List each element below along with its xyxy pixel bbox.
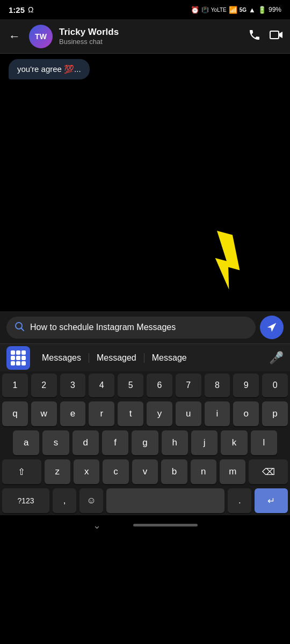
key-o[interactable]: o	[233, 401, 259, 426]
key-0[interactable]: 0	[262, 374, 288, 397]
chat-area: you're agree 💯...	[0, 54, 290, 311]
backspace-key[interactable]: ⌫	[249, 459, 288, 484]
microphone-icon[interactable]: 🎤	[269, 351, 284, 365]
key-k[interactable]: k	[221, 430, 247, 455]
key-z[interactable]: z	[45, 459, 70, 484]
period-key[interactable]: .	[228, 488, 251, 513]
autocomplete-word-3[interactable]: Message	[144, 353, 194, 363]
key-h[interactable]: h	[162, 430, 188, 455]
signal-icon: ▲	[249, 6, 256, 14]
key-5[interactable]: 5	[118, 374, 143, 397]
key-q[interactable]: q	[2, 401, 28, 426]
video-call-button[interactable]	[270, 30, 284, 43]
key-d[interactable]: d	[73, 430, 99, 455]
autocomplete-suggestions: Messages Messaged Message	[34, 353, 269, 363]
chat-subtitle: Business chat	[59, 38, 242, 46]
avatar: TW	[29, 25, 53, 48]
key-n[interactable]: n	[191, 459, 216, 484]
key-4[interactable]: 4	[89, 374, 114, 397]
key-g[interactable]: g	[132, 430, 158, 455]
battery-pct: 99%	[269, 6, 281, 13]
key-2[interactable]: 2	[31, 374, 57, 397]
header-info: Tricky Worlds Business chat	[59, 27, 242, 46]
lte-icon: YoLTE	[211, 7, 227, 13]
autocomplete-word-1[interactable]: Messages	[34, 353, 89, 363]
svg-marker-2	[203, 231, 248, 291]
shift-key[interactable]: ⇧	[2, 459, 41, 484]
key-v[interactable]: v	[132, 459, 158, 484]
key-j[interactable]: j	[191, 430, 218, 455]
search-icon	[14, 321, 25, 334]
header-actions	[248, 28, 284, 45]
autocomplete-row: Messages Messaged Message 🎤	[0, 343, 290, 371]
alarm-icon: ⏰	[191, 6, 199, 14]
key-x[interactable]: x	[74, 459, 99, 484]
key-f[interactable]: f	[102, 430, 128, 455]
key-i[interactable]: i	[205, 401, 230, 426]
key-y[interactable]: y	[147, 401, 172, 426]
voice-call-button[interactable]	[248, 28, 261, 45]
bottom-bar: ⌄	[0, 515, 290, 539]
wifi-icon: 📶	[229, 6, 237, 14]
chat-name: Tricky Worlds	[59, 27, 242, 38]
search-bar-container: How to schedule Instagram Messages	[0, 311, 290, 343]
svg-rect-0	[270, 31, 279, 39]
keyboard-grid-icon[interactable]	[6, 346, 30, 370]
home-indicator	[133, 524, 198, 526]
key-t[interactable]: t	[118, 401, 143, 426]
key-9[interactable]: 9	[233, 374, 259, 397]
battery-icon: 🔋	[258, 6, 266, 14]
key-s[interactable]: s	[42, 430, 69, 455]
status-icons: ⏰ 📳 YoLTE 📶 5G ▲ 🔋 99%	[191, 6, 281, 14]
status-bar: 1:25 Ω ⏰ 📳 YoLTE 📶 5G ▲ 🔋 99%	[0, 0, 290, 19]
key-row-2: a s d f g h j k l	[0, 428, 290, 457]
key-u[interactable]: u	[176, 401, 201, 426]
key-b[interactable]: b	[161, 459, 187, 484]
space-key[interactable]	[106, 488, 224, 513]
key-w[interactable]: w	[31, 401, 57, 426]
status-time: 1:25	[9, 5, 25, 14]
back-button[interactable]: ←	[6, 27, 23, 46]
key-p[interactable]: p	[262, 401, 288, 426]
number-row: 1 2 3 4 5 6 7 8 9 0	[0, 371, 290, 399]
key-8[interactable]: 8	[205, 374, 230, 397]
message-bubble: you're agree 💯...	[9, 59, 90, 79]
key-6[interactable]: 6	[147, 374, 172, 397]
key-m[interactable]: m	[220, 459, 245, 484]
grid-dots	[11, 350, 26, 365]
key-row-3: ⇧ z x c v b n m ⌫	[0, 457, 290, 486]
search-bar[interactable]: How to schedule Instagram Messages	[6, 317, 256, 339]
key-r[interactable]: r	[89, 401, 114, 426]
key-e[interactable]: e	[60, 401, 86, 426]
key-row-bottom: ?123 , ☺ . ↵	[0, 486, 290, 515]
comma-key[interactable]: ,	[53, 488, 76, 513]
autocomplete-word-2[interactable]: Messaged	[89, 353, 144, 363]
search-input[interactable]: How to schedule Instagram Messages	[30, 323, 248, 332]
key-a[interactable]: a	[13, 430, 39, 455]
keyboard: 1 2 3 4 5 6 7 8 9 0 q w e r t y u i o p …	[0, 371, 290, 515]
key-l[interactable]: l	[251, 430, 277, 455]
vibrate-icon: 📳	[201, 6, 209, 13]
5g-icon: 5G	[240, 7, 247, 13]
key-c[interactable]: c	[103, 459, 128, 484]
nfc-icon: Ω	[28, 5, 33, 14]
arrow-indicator	[193, 229, 258, 295]
key-3[interactable]: 3	[60, 374, 86, 397]
chevron-down-icon[interactable]: ⌄	[93, 519, 101, 531]
key-7[interactable]: 7	[176, 374, 201, 397]
key-row-1: q w e r t y u i o p	[0, 399, 290, 428]
enter-key[interactable]: ↵	[255, 488, 288, 513]
chat-header: ← TW Tricky Worlds Business chat	[0, 19, 290, 54]
key-1[interactable]: 1	[2, 374, 28, 397]
send-button[interactable]	[260, 316, 284, 339]
emoji-key[interactable]: ☺	[79, 488, 103, 513]
numbers-key[interactable]: ?123	[2, 488, 49, 513]
